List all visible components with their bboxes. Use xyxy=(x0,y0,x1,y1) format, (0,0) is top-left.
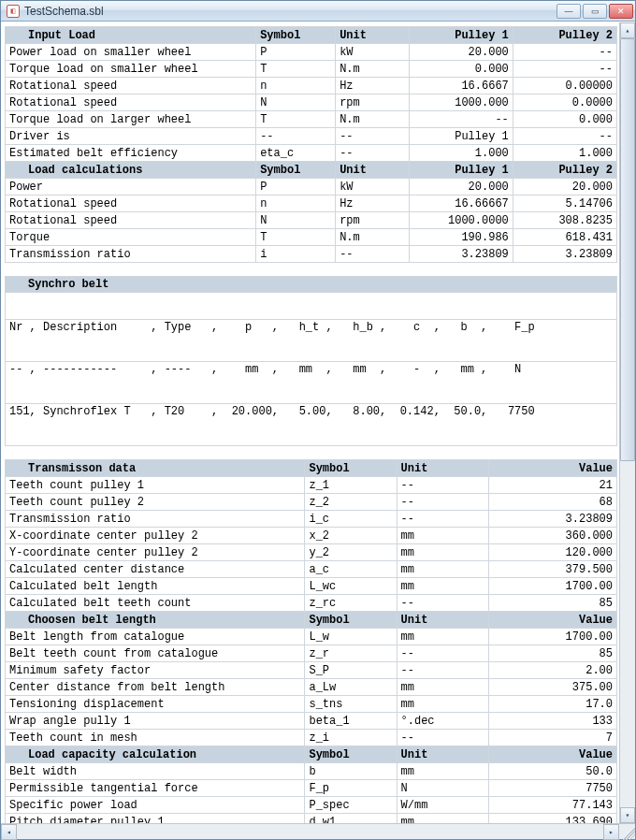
cell-value: 50.0 xyxy=(488,763,616,780)
cell-v1: -- xyxy=(409,111,513,128)
cell-desc: X-coordinate center pulley 2 xyxy=(6,528,305,544)
cell-value: 120.000 xyxy=(488,544,616,561)
scroll-down-button[interactable]: ▾ xyxy=(620,807,635,823)
cell-value: 133.690 xyxy=(488,814,616,824)
cell-value: 3.23809 xyxy=(488,511,616,528)
scroll-left-button[interactable]: ◂ xyxy=(1,824,17,840)
cell-value: 77.143 xyxy=(488,797,616,814)
scroll-right-button[interactable]: ▸ xyxy=(603,824,619,840)
cell-v2: 20.000 xyxy=(513,179,616,196)
cell-desc: Belt width xyxy=(6,763,305,780)
table-row: Center distance from belt lengtha_Lwmm37… xyxy=(6,679,617,696)
table-row: PowerPkW20.00020.000 xyxy=(6,179,617,196)
table-row: X-coordinate center pulley 2x_2mm360.000 xyxy=(6,528,617,544)
belt-units: -- , ----------- , ---- , mm , mm , mm ,… xyxy=(6,361,616,377)
cell-unit: mm xyxy=(397,544,488,561)
maximize-button[interactable]: ▭ xyxy=(583,4,607,19)
cell-symbol: s_tns xyxy=(305,696,397,713)
section-header-row: Input Load Symbol Unit Pulley 1 Pulley 2 xyxy=(6,27,617,44)
cell-value: 17.0 xyxy=(488,696,616,713)
close-button[interactable]: ✕ xyxy=(609,4,633,19)
cell-symbol: i_c xyxy=(305,511,397,528)
cell-desc: Teeth count in mesh xyxy=(6,730,305,746)
col-p2: Pulley 2 xyxy=(513,27,616,44)
cell-desc: Teeth count pulley 2 xyxy=(6,494,305,511)
titlebar[interactable]: ◧ TestSchema.sbl — ▭ ✕ xyxy=(1,1,635,22)
cell-symbol: z_i xyxy=(305,730,397,746)
cell-unit: -- xyxy=(336,246,409,263)
app-window: ◧ TestSchema.sbl — ▭ ✕ Input Load Symbol… xyxy=(0,0,636,840)
cell-symbol: T xyxy=(256,61,336,78)
col-unit: Unit xyxy=(336,162,409,179)
cell-v1: 0.000 xyxy=(409,61,513,78)
cell-v1: 1000.0000 xyxy=(409,212,513,229)
cell-symbol: P_spec xyxy=(305,797,397,814)
cell-v2: 5.14706 xyxy=(513,196,616,212)
cell-value: 21 xyxy=(488,477,616,494)
table-row: Specific power loadP_specW/mm77.143 xyxy=(6,797,617,814)
cell-unit: -- xyxy=(397,595,488,612)
table-transmission: Transmisson data Symbol Unit Value Teeth… xyxy=(5,459,617,823)
cell-symbol: P xyxy=(256,179,336,196)
cell-symbol: z_rc xyxy=(305,595,397,612)
cell-unit: N.m xyxy=(336,229,409,246)
cell-v1: 1000.000 xyxy=(409,94,513,111)
table-row: Rotational speednHz16.666675.14706 xyxy=(6,196,617,212)
table-row: TorqueTN.m190.986618.431 xyxy=(6,229,617,246)
cell-value: 1700.00 xyxy=(488,578,616,595)
col-symbol: Symbol xyxy=(305,460,397,477)
cell-value: 379.500 xyxy=(488,561,616,578)
cell-value: 360.000 xyxy=(488,528,616,544)
cell-symbol: z_r xyxy=(305,645,397,662)
scroll-up-button[interactable]: ▴ xyxy=(620,22,635,38)
scroll-track[interactable] xyxy=(620,38,635,807)
cell-value: 85 xyxy=(488,645,616,662)
table-row: Teeth count pulley 1z_1--21 xyxy=(6,477,617,494)
cell-symbol: N xyxy=(256,212,336,229)
minimize-button[interactable]: — xyxy=(556,4,581,19)
resize-grip[interactable] xyxy=(619,824,635,840)
cell-unit: N.m xyxy=(336,61,409,78)
cell-desc: Calculated belt teeth count xyxy=(6,595,305,612)
cell-unit: rpm xyxy=(336,212,409,229)
cell-desc: Power load on smaller wheel xyxy=(6,44,256,61)
cell-desc: Belt teeth count from catalogue xyxy=(6,645,305,662)
cell-unit: Hz xyxy=(336,78,409,94)
cell-unit: W/mm xyxy=(397,797,488,814)
table-row: Teeth count pulley 2z_2--68 xyxy=(6,494,617,511)
table-row: Transmission ratioi--3.238093.23809 xyxy=(6,246,617,263)
cell-v1: 3.23809 xyxy=(409,246,513,263)
table-row: Rotational speedNrpm1000.0000.0000 xyxy=(6,94,617,111)
table-row: Driver is----Pulley 1-- xyxy=(6,128,617,145)
table-row: Power load on smaller wheelPkW20.000-- xyxy=(6,44,617,61)
cell-symbol: beta_1 xyxy=(305,713,397,730)
col-value: Value xyxy=(488,460,616,477)
cell-v1: 16.66667 xyxy=(409,196,513,212)
col-symbol: Symbol xyxy=(305,612,397,629)
vertical-scrollbar[interactable]: ▴ ▾ xyxy=(619,22,635,823)
cell-unit: kW xyxy=(336,44,409,61)
belt-header: Nr , Description , Type , p , h_t , h_b … xyxy=(6,319,616,335)
cell-v2: 0.0000 xyxy=(513,94,616,111)
belt-row: 151, Synchroflex T , T20 , 20.000, 5.00,… xyxy=(6,403,616,419)
col-value: Value xyxy=(488,612,616,629)
cell-v2: 618.431 xyxy=(513,229,616,246)
cell-desc: Rotational speed xyxy=(6,78,256,94)
cell-v2: 1.000 xyxy=(513,145,616,162)
app-icon: ◧ xyxy=(7,5,20,18)
table-row: Calculated belt lengthL_wcmm1700.00 xyxy=(6,578,617,595)
table-row: Calculated belt teeth countz_rc--85 xyxy=(6,595,617,612)
scroll-thumb[interactable] xyxy=(620,38,635,461)
cell-symbol: y_2 xyxy=(305,544,397,561)
cell-desc: Calculated belt length xyxy=(6,578,305,595)
section-header-row: Transmisson data Symbol Unit Value xyxy=(6,460,617,477)
cell-desc: Rotational speed xyxy=(6,212,256,229)
cell-unit: -- xyxy=(397,494,488,511)
cell-desc: Torque load on larger wheel xyxy=(6,111,256,128)
cell-unit: N.m xyxy=(336,111,409,128)
table-row: Torque load on larger wheelTN.m--0.000 xyxy=(6,111,617,128)
col-p2: Pulley 2 xyxy=(513,162,616,179)
cell-unit: N xyxy=(397,780,488,797)
cell-symbol: a_c xyxy=(305,561,397,578)
cell-desc: Pitch diameter pulley 1 xyxy=(6,814,305,824)
